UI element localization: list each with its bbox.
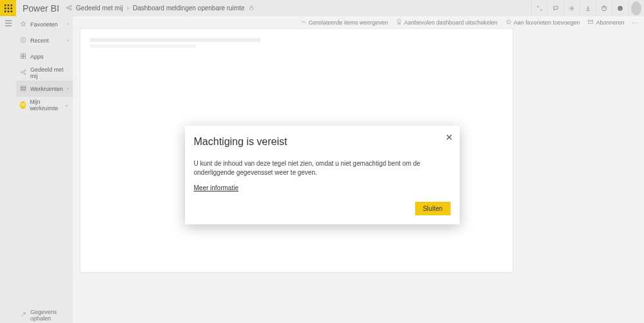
chevron-right-icon: › — [127, 5, 129, 12]
share-icon — [66, 5, 72, 12]
modal-close-action-button[interactable]: Sluiten — [415, 202, 451, 215]
avatar — [631, 1, 641, 15]
svg-rect-12 — [250, 7, 253, 10]
svg-rect-31 — [21, 89, 26, 90]
get-data-icon — [20, 311, 26, 319]
sidebar-bottom-label: Gegevens ophalen — [30, 309, 69, 322]
account-button[interactable] — [628, 0, 644, 16]
close-icon: ✕ — [445, 132, 453, 142]
svg-rect-22 — [21, 54, 23, 55]
clock-icon — [20, 37, 26, 44]
sidebar-item-apps[interactable]: Apps — [16, 48, 73, 64]
svg-point-26 — [21, 71, 23, 73]
add-favorite-button[interactable]: Aan favorieten toevoegen — [505, 19, 580, 26]
sidebar-item-label: Favorieten — [30, 21, 58, 28]
svg-point-11 — [70, 8, 72, 10]
svg-rect-4 — [7, 7, 9, 9]
svg-point-28 — [24, 73, 26, 75]
sidebar-item-label: Recent — [30, 37, 49, 44]
sidebar-item-recent[interactable]: Recent › — [16, 32, 73, 48]
breadcrumb-level2[interactable]: Dashboard meldingen openbare ruimte — [133, 5, 244, 12]
svg-rect-23 — [24, 54, 26, 55]
more-actions-button[interactable]: ··· — [632, 19, 639, 26]
svg-rect-2 — [10, 5, 12, 6]
modal-close-button[interactable]: ✕ — [445, 132, 453, 142]
ellipsis-icon: ··· — [632, 19, 639, 26]
svg-rect-5 — [10, 7, 12, 9]
svg-point-13 — [571, 7, 573, 9]
svg-rect-0 — [5, 5, 6, 6]
tile-title-placeholder — [90, 38, 260, 42]
app-logo: Power BI — [16, 3, 66, 14]
link-icon — [300, 19, 307, 26]
star-icon — [20, 21, 26, 28]
svg-point-32 — [397, 19, 400, 23]
dashboard-action-bar: Gerelateerde items weergeven Aanbevolen … — [73, 16, 644, 29]
svg-point-10 — [70, 5, 72, 7]
sidebar-item-label: Apps — [30, 54, 44, 60]
svg-rect-3 — [5, 7, 6, 9]
header-actions — [531, 0, 644, 16]
tile-subtitle-placeholder — [90, 44, 196, 48]
sidebar-item-my-workspace[interactable]: R Mijn werkruimte ⌄ — [16, 97, 73, 113]
svg-rect-25 — [24, 56, 26, 58]
lock-icon — [248, 5, 255, 12]
sidebar-item-workspaces[interactable]: Werkruimten › — [16, 81, 73, 97]
badge-icon — [396, 19, 402, 26]
svg-point-9 — [66, 6, 68, 8]
modal-body-text: U kunt de inhoud van deze tegel niet zie… — [194, 159, 451, 177]
waffle-icon — [5, 5, 12, 12]
sidebar-item-shared[interactable]: Gedeeld met mij — [16, 64, 73, 81]
modal-title: Machtiging is vereist — [194, 136, 451, 148]
chevron-down-icon: ⌄ — [64, 102, 69, 108]
sidebar-item-label: Werkruimten — [30, 86, 63, 92]
svg-point-17 — [621, 7, 621, 8]
sidebar-item-label: Mijn werkruimte — [30, 99, 61, 112]
fullscreen-button[interactable] — [531, 0, 547, 16]
permission-modal: ✕ Machtiging is vereist U kunt de inhoud… — [185, 126, 460, 224]
apps-icon — [20, 53, 26, 61]
download-button[interactable] — [580, 0, 596, 16]
chevron-right-icon: › — [67, 21, 69, 27]
share-icon — [20, 69, 26, 77]
workspace-icon — [20, 85, 26, 93]
breadcrumb-level1[interactable]: Gedeeld met mij — [76, 5, 123, 12]
svg-rect-1 — [7, 5, 9, 6]
help-button[interactable] — [596, 0, 612, 16]
svg-point-27 — [24, 70, 26, 72]
related-items-button[interactable]: Gerelateerde items weergeven — [300, 19, 388, 26]
app-header: Power BI Gedeeld met mij › Dashboard mel… — [0, 0, 644, 16]
workspace-badge-icon: R — [20, 101, 26, 109]
hamburger-icon — [5, 20, 12, 26]
svg-rect-7 — [7, 10, 9, 12]
modal-more-info-link[interactable]: Meer informatie — [194, 184, 239, 191]
nav-toggle[interactable] — [0, 16, 16, 323]
svg-rect-6 — [5, 10, 6, 12]
feedback-button[interactable] — [612, 0, 628, 16]
sidebar-item-favorites[interactable]: Favorieten › — [16, 16, 73, 32]
svg-rect-30 — [21, 88, 26, 89]
breadcrumb: Gedeeld met mij › Dashboard meldingen op… — [66, 5, 255, 12]
chat-button[interactable] — [547, 0, 563, 16]
star-icon — [505, 19, 512, 26]
svg-point-16 — [619, 7, 620, 8]
sidebar: Favorieten › Recent › Apps Gedeeld met m… — [16, 16, 73, 323]
sidebar-item-label: Gedeeld met mij — [30, 66, 69, 79]
svg-rect-24 — [21, 56, 23, 58]
settings-button[interactable] — [563, 0, 580, 16]
sidebar-get-data[interactable]: Gegevens ophalen — [16, 307, 73, 323]
recommended-toggle-button[interactable]: Aanbevolen dashboard uitschakelen — [396, 19, 498, 26]
svg-point-15 — [618, 6, 623, 11]
chevron-right-icon: › — [67, 37, 69, 43]
subscribe-button[interactable]: Abonneren — [587, 19, 624, 26]
app-launcher-button[interactable] — [0, 0, 16, 16]
chevron-right-icon: › — [67, 86, 69, 92]
svg-rect-8 — [10, 10, 12, 12]
svg-rect-29 — [21, 86, 26, 87]
mail-icon — [587, 19, 594, 26]
